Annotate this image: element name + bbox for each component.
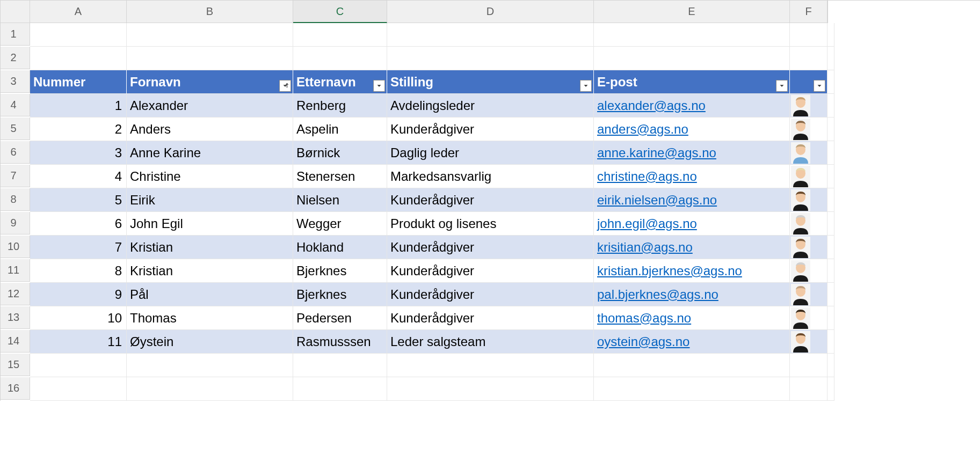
cell-B2[interactable]	[127, 47, 293, 70]
cell-C2[interactable]	[293, 47, 387, 70]
cell-C16[interactable]	[293, 377, 387, 401]
cell-nummer[interactable]: 6	[30, 212, 127, 236]
cell-B15[interactable]	[127, 354, 293, 377]
table-header-epost[interactable]: E-post	[594, 70, 790, 94]
cell-fornavn[interactable]: Øystein	[127, 330, 293, 354]
cell-nummer[interactable]: 9	[30, 283, 127, 306]
table-header-etternavn[interactable]: Etternavn	[293, 70, 387, 94]
cell-etternavn[interactable]: Børnick	[293, 141, 387, 165]
cell-E16[interactable]	[594, 377, 790, 401]
cell-avatar[interactable]	[790, 283, 827, 306]
cell-etternavn[interactable]: Bjerknes	[293, 259, 387, 283]
cell-D16[interactable]	[387, 377, 594, 401]
row-header-13[interactable]: 13	[1, 306, 30, 329]
row-header-9[interactable]: 9	[1, 212, 30, 234]
cell-stilling[interactable]: Leder salgsteam	[387, 330, 594, 354]
cell-stilling[interactable]: Kunderådgiver	[387, 306, 594, 330]
row-header-2[interactable]: 2	[1, 47, 30, 69]
column-header-E[interactable]: E	[594, 1, 790, 23]
cell-D15[interactable]	[387, 354, 594, 377]
cell-stilling[interactable]: Kunderådgiver	[387, 188, 594, 212]
cell-fornavn[interactable]: Pål	[127, 283, 293, 306]
column-header-F[interactable]: F	[790, 1, 827, 23]
cell-D2[interactable]	[387, 47, 594, 70]
filter-sort-asc-icon[interactable]	[279, 80, 291, 92]
cell-fornavn[interactable]: Thomas	[127, 306, 293, 330]
cell-F16[interactable]	[790, 377, 827, 401]
cell-fornavn[interactable]: Eirik	[127, 188, 293, 212]
column-header-B[interactable]: B	[127, 1, 293, 23]
cell-B1[interactable]	[127, 23, 293, 47]
cell-E2[interactable]	[594, 47, 790, 70]
cell-epost-link[interactable]: eirik.nielsen@ags.no	[594, 188, 790, 212]
row-header-10[interactable]: 10	[1, 236, 30, 258]
cell-fornavn[interactable]: Anne Karine	[127, 141, 293, 165]
cell-avatar[interactable]	[790, 188, 827, 212]
row-header-1[interactable]: 1	[1, 23, 30, 46]
cell-D1[interactable]	[387, 23, 594, 47]
cell-nummer[interactable]: 7	[30, 236, 127, 259]
filter-dropdown-icon[interactable]	[373, 80, 385, 92]
cell-epost-link[interactable]: anne.karine@ags.no	[594, 141, 790, 165]
cell-epost-link[interactable]: krisitian@ags.no	[594, 236, 790, 259]
cell-fornavn[interactable]: Anders	[127, 118, 293, 141]
cell-epost-link[interactable]: pal.bjerknes@ags.no	[594, 283, 790, 306]
table-header-fornavn[interactable]: Fornavn	[127, 70, 293, 94]
cell-C1[interactable]	[293, 23, 387, 47]
cell-A2[interactable]	[30, 47, 127, 70]
cell-nummer[interactable]: 1	[30, 94, 127, 118]
cell-epost-link[interactable]: kristian.bjerknes@ags.no	[594, 259, 790, 283]
cell-avatar[interactable]	[790, 330, 827, 354]
table-header-stilling[interactable]: Stilling	[387, 70, 594, 94]
column-header-A[interactable]: A	[30, 1, 127, 23]
cell-etternavn[interactable]: Rasmusssen	[293, 330, 387, 354]
cell-epost-link[interactable]: anders@ags.no	[594, 118, 790, 141]
cell-F2[interactable]	[790, 47, 827, 70]
cell-A15[interactable]	[30, 354, 127, 377]
filter-dropdown-icon[interactable]	[814, 80, 825, 92]
spreadsheet-grid[interactable]: ABCDEF123NummerFornavnEtternavnStillingE…	[0, 0, 980, 401]
cell-fornavn[interactable]: John Egil	[127, 212, 293, 236]
cell-etternavn[interactable]: Pedersen	[293, 306, 387, 330]
row-header-8[interactable]: 8	[1, 188, 30, 211]
row-header-12[interactable]: 12	[1, 283, 30, 305]
cell-nummer[interactable]: 2	[30, 118, 127, 141]
cell-etternavn[interactable]: Nielsen	[293, 188, 387, 212]
cell-E15[interactable]	[594, 354, 790, 377]
filter-dropdown-icon[interactable]	[580, 80, 592, 92]
cell-C15[interactable]	[293, 354, 387, 377]
cell-stilling[interactable]: Produkt og lisenes	[387, 212, 594, 236]
cell-avatar[interactable]	[790, 118, 827, 141]
cell-nummer[interactable]: 8	[30, 259, 127, 283]
row-header-15[interactable]: 15	[1, 354, 30, 376]
cell-fornavn[interactable]: Kristian	[127, 259, 293, 283]
column-header-C[interactable]: C	[293, 1, 387, 23]
cell-fornavn[interactable]: Kristian	[127, 236, 293, 259]
filter-dropdown-icon[interactable]	[776, 80, 788, 92]
select-all-corner[interactable]	[1, 1, 30, 23]
cell-A16[interactable]	[30, 377, 127, 401]
cell-A1[interactable]	[30, 23, 127, 47]
cell-stilling[interactable]: Kunderådgiver	[387, 118, 594, 141]
cell-avatar[interactable]	[790, 141, 827, 165]
cell-avatar[interactable]	[790, 94, 827, 118]
row-header-5[interactable]: 5	[1, 118, 30, 140]
cell-epost-link[interactable]: oystein@ags.no	[594, 330, 790, 354]
cell-etternavn[interactable]: Wegger	[293, 212, 387, 236]
cell-epost-link[interactable]: christine@ags.no	[594, 165, 790, 188]
cell-epost-link[interactable]: thomas@ags.no	[594, 306, 790, 330]
cell-nummer[interactable]: 4	[30, 165, 127, 188]
cell-nummer[interactable]: 10	[30, 306, 127, 330]
cell-F1[interactable]	[790, 23, 827, 47]
cell-stilling[interactable]: Kunderådgiver	[387, 283, 594, 306]
cell-epost-link[interactable]: alexander@ags.no	[594, 94, 790, 118]
cell-avatar[interactable]	[790, 259, 827, 283]
row-header-3[interactable]: 3	[1, 70, 30, 93]
cell-B16[interactable]	[127, 377, 293, 401]
cell-epost-link[interactable]: john.egil@ags.no	[594, 212, 790, 236]
cell-fornavn[interactable]: Alexander	[127, 94, 293, 118]
cell-stilling[interactable]: Avdelingsleder	[387, 94, 594, 118]
row-header-11[interactable]: 11	[1, 259, 30, 282]
cell-nummer[interactable]: 5	[30, 188, 127, 212]
cell-stilling[interactable]: Markedsansvarlig	[387, 165, 594, 188]
